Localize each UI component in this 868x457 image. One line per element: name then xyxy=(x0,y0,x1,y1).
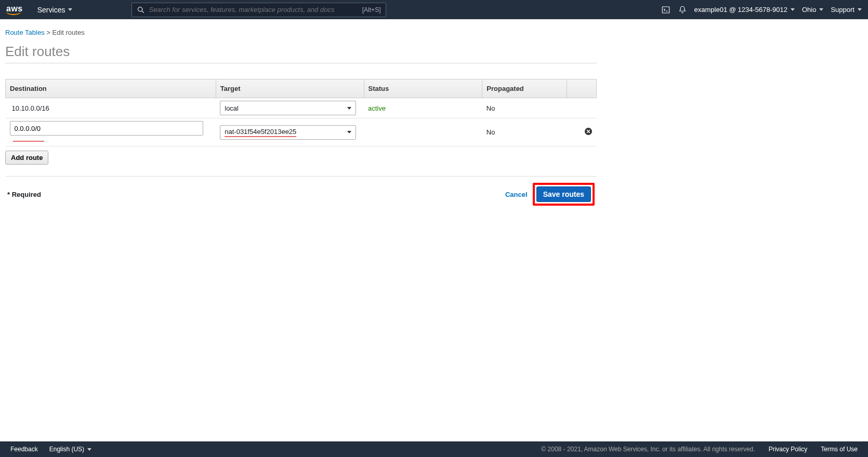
highlight-annotation: Save routes xyxy=(533,183,595,206)
copyright-text: © 2008 - 2021, Amazon Web Services, Inc.… xyxy=(541,446,755,453)
add-route-button[interactable]: Add route xyxy=(5,151,48,165)
routes-table: Destination Target Status Propagated 10.… xyxy=(5,79,597,146)
notifications-icon[interactable] xyxy=(678,5,687,15)
page-title: Edit routes xyxy=(5,44,597,63)
save-routes-button[interactable]: Save routes xyxy=(536,186,591,202)
account-menu[interactable]: example01 @ 1234-5678-9012 xyxy=(694,6,795,14)
chevron-down-icon xyxy=(347,131,351,133)
col-propagated: Propagated xyxy=(482,79,567,98)
breadcrumb-current: Edit routes xyxy=(52,29,85,36)
form-footer: * Required Cancel Save routes xyxy=(5,177,597,212)
terms-link[interactable]: Terms of Use xyxy=(821,446,858,453)
propagated-value: No xyxy=(486,104,495,112)
target-select[interactable]: nat-031f54e5f2013ee25 xyxy=(220,125,356,140)
svg-rect-0 xyxy=(662,7,669,13)
required-note: * Required xyxy=(7,191,41,198)
breadcrumb-root[interactable]: Route Tables xyxy=(5,29,45,36)
account-label: example01 @ 1234-5678-9012 xyxy=(694,6,787,14)
support-menu[interactable]: Support xyxy=(831,6,862,14)
chevron-down-icon xyxy=(87,448,91,451)
region-menu[interactable]: Ohio xyxy=(802,6,823,14)
global-search[interactable]: [Alt+S] xyxy=(131,3,386,17)
main-content: Route Tables > Edit routes Edit routes D… xyxy=(0,19,602,212)
col-target: Target xyxy=(216,79,364,98)
table-row: 10.10.0.0/16 local active No xyxy=(6,98,597,118)
propagated-value: No xyxy=(486,128,495,136)
privacy-link[interactable]: Privacy Policy xyxy=(769,446,808,453)
search-icon xyxy=(137,6,144,14)
col-actions xyxy=(567,79,597,98)
language-menu[interactable]: English (US) xyxy=(49,446,91,453)
target-value: nat-031f54e5f2013ee25 xyxy=(225,128,296,137)
cancel-button[interactable]: Cancel xyxy=(505,191,528,198)
nav-right: example01 @ 1234-5678-9012 Ohio Support xyxy=(661,5,862,15)
destination-value: 10.10.0.0/16 xyxy=(10,104,49,112)
services-menu[interactable]: Services xyxy=(37,6,73,14)
aws-logo[interactable]: aws xyxy=(6,5,23,15)
target-value: local xyxy=(225,104,239,112)
search-shortcut: [Alt+S] xyxy=(362,6,381,14)
chevron-down-icon xyxy=(819,8,823,11)
feedback-link[interactable]: Feedback xyxy=(10,446,38,453)
remove-row-icon[interactable] xyxy=(584,127,593,136)
col-destination: Destination xyxy=(6,79,216,98)
chevron-down-icon xyxy=(347,107,351,110)
col-status: Status xyxy=(364,79,482,98)
region-label: Ohio xyxy=(802,6,816,14)
chevron-down-icon xyxy=(68,8,72,11)
top-nav: aws Services [Alt+S] example01 @ 1234-56… xyxy=(0,0,868,19)
target-select[interactable]: local xyxy=(220,101,356,115)
breadcrumb: Route Tables > Edit routes xyxy=(5,24,597,44)
bottom-bar: Feedback English (US) © 2008 - 2021, Ama… xyxy=(0,441,868,457)
destination-input[interactable] xyxy=(10,121,203,136)
cloudshell-icon[interactable] xyxy=(661,5,670,15)
support-label: Support xyxy=(831,6,854,14)
chevron-down-icon xyxy=(858,8,862,11)
services-label: Services xyxy=(37,6,65,14)
search-input[interactable] xyxy=(149,6,362,14)
chevron-down-icon xyxy=(791,8,795,11)
table-row: nat-031f54e5f2013ee25 No xyxy=(6,118,597,146)
breadcrumb-separator: > xyxy=(46,29,50,36)
status-value: active xyxy=(368,104,386,112)
language-label: English (US) xyxy=(49,446,84,453)
